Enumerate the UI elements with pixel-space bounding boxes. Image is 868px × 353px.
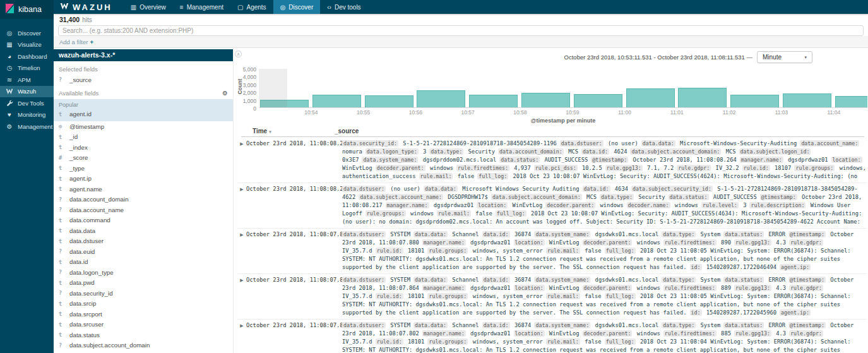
field-settings-gear-icon[interactable]: ⚙ [222, 90, 228, 97]
field-data-pwd[interactable]: tdata.pwd [54, 278, 233, 289]
add-filter-link[interactable]: Add a filter+ [59, 39, 93, 45]
wazuh-kibana-discover-app: kibana ◎Discover▦Visualize◕Dashboard◷Tim… [0, 0, 868, 353]
histogram-bar[interactable] [730, 95, 779, 107]
field-agent-ip[interactable]: tagent.ip [54, 174, 233, 184]
field-data-srcport[interactable]: tdata.srcport [54, 309, 233, 320]
sidebar-item-wazuh[interactable]: Wazuh [0, 86, 54, 98]
field-agent-name[interactable]: tagent.name [54, 184, 233, 194]
discover-icon: ◎ [6, 30, 13, 37]
expand-row-icon[interactable]: ▶ [237, 140, 246, 181]
field-key-badge: decoder.parent: [583, 239, 633, 246]
sidebar-item-management[interactable]: ⚙Management [0, 121, 54, 133]
nav-tab-agents[interactable]: ▢Agents [230, 0, 273, 14]
search-input[interactable] [58, 25, 864, 36]
sidebar-item-visualize[interactable]: ▦Visualize [0, 39, 54, 51]
histogram-plot[interactable] [259, 69, 867, 108]
histogram-bar[interactable] [626, 88, 675, 107]
source-field: manager.name: dgsdprdwaz01 [386, 202, 474, 208]
nav-tab-management[interactable]: ≡Management [173, 0, 230, 14]
field-data-srcuser[interactable]: tdata.srcuser [54, 320, 233, 330]
field-score[interactable]: #_score [54, 153, 233, 164]
source-field: data.system_name: dgsdprddom02.mcs.local [362, 157, 496, 163]
field-key-badge: full_log: [605, 338, 636, 345]
index-pattern-selector[interactable]: wazuh-alerts-3.x-* [54, 49, 233, 61]
field-key-badge: data.id: [581, 148, 609, 155]
histogram-bar[interactable] [835, 96, 867, 107]
x-tick-label: 10:59 [566, 109, 579, 116]
source-field: data.dstuser: SYSTEM [342, 277, 410, 283]
field-data-status[interactable]: tdata.status [54, 330, 233, 340]
field-data-euid[interactable]: ?data.euid [54, 246, 233, 257]
field-name: _type [69, 165, 85, 172]
histogram-bar[interactable] [417, 90, 465, 107]
field-type-icon: ? [59, 269, 65, 275]
histogram-bar[interactable] [312, 95, 361, 107]
source-field: decoder.parent: windows [583, 285, 660, 291]
source-field: data.system_name: dgsdwks01.mcs.local [534, 322, 658, 328]
field-data-subject-account-domain[interactable]: ?data.subject.account_domain [54, 340, 233, 351]
sidebar-item-dashboard[interactable]: ◕Dashboard [0, 51, 54, 63]
field-agent-id[interactable]: tagent.id [54, 109, 233, 120]
field-data-logon-type[interactable]: ?data.logon_type [54, 267, 233, 278]
field-type-icon: t [59, 238, 65, 244]
field-key-badge: location: [514, 239, 545, 246]
sidebar-item-timelion[interactable]: ◷Timelion [0, 63, 54, 75]
kibana-logo[interactable]: kibana [0, 0, 54, 19]
sidebar-item-discover[interactable]: ◎Discover [0, 27, 54, 39]
field-data-security-id[interactable]: ?data.security_id [54, 288, 233, 299]
expand-row-icon[interactable]: ▶ [237, 185, 246, 227]
histogram-bar[interactable] [365, 95, 413, 107]
histogram-bar[interactable] [574, 94, 622, 107]
field-name: @timestamp [69, 123, 104, 130]
wazuh-brand[interactable]: WAZUH [54, 0, 124, 14]
expand-row-icon[interactable]: ▶ [237, 276, 246, 318]
field-type-icon: ? [59, 342, 65, 349]
nav-tab-discover[interactable]: ◎Discover [273, 0, 321, 14]
field-key-badge: data.id: [482, 322, 510, 328]
source-field: manager.name: dgsdprdwaz01 [740, 157, 828, 163]
interval-select[interactable]: Minute ▾ [757, 51, 812, 63]
histogram-bar[interactable] [783, 93, 831, 107]
sidebar-item-apm[interactable]: ≋APM [0, 74, 54, 86]
row-source: data.dstuser: SYSTEMdata.data: Schanneld… [342, 276, 867, 318]
field-key-badge: rule.groups: [366, 210, 406, 217]
sidebar-item-dev-tools[interactable]: Dev Tools [0, 97, 54, 109]
source-field: rule.id: 18101 [376, 293, 425, 299]
expand-row-icon[interactable]: ▶ [237, 230, 246, 272]
histogram-bar[interactable] [521, 93, 570, 107]
field-data-account-name[interactable]: ?data.account_name [54, 205, 233, 215]
field-timestamp[interactable]: ⊙@timestamp [54, 121, 233, 132]
y-tick-label: 1,000 [234, 98, 256, 104]
field-type[interactable]: t_type [54, 163, 233, 174]
field-key-badge: data.subject.security_id: [631, 186, 713, 192]
field-name: data.command [69, 217, 110, 224]
field-key-badge: rule.gdpr: [789, 330, 823, 337]
histogram-bar[interactable] [678, 88, 727, 107]
field-index[interactable]: t_index [54, 142, 233, 153]
field-key-badge: location: [831, 157, 862, 163]
nav-tab-overview[interactable]: ▥Overview [124, 0, 173, 14]
field-key-badge: rule.gpg13: [734, 330, 771, 337]
nav-tab-dev-tools[interactable]: ‹›Dev tools [320, 0, 367, 14]
field-data-data[interactable]: tdata.data [54, 225, 233, 236]
field-type-icon: t [59, 111, 65, 117]
source-field: data.dstuser: SYSTEM [342, 322, 410, 328]
source-field: data.system_name: dgsdwks01.mcs.local [534, 231, 658, 237]
field-data-id[interactable]: tdata.id [54, 257, 233, 268]
field-id[interactable]: t_id [54, 132, 233, 143]
field-data-account-domain[interactable]: ?data.account_domain [54, 194, 233, 205]
popular-fields-block: Popular tagent.id [54, 99, 233, 122]
histogram-bar[interactable] [469, 95, 518, 107]
column-header-time[interactable]: Time▾ [253, 128, 271, 135]
chart-collapse-icon[interactable]: ∧ [235, 51, 242, 57]
sidebar-item-monitoring[interactable]: ♥Monitoring [0, 109, 54, 121]
field-data-command[interactable]: tdata.command [54, 215, 233, 226]
field-key-badge: rule.mail: [546, 293, 580, 299]
field-name: data.id [69, 258, 88, 265]
field-data-srcip[interactable]: tdata.srcip [54, 299, 233, 309]
field-data-dstuser[interactable]: tdata.dstuser [54, 236, 233, 247]
field-source[interactable]: ?_source [54, 75, 233, 85]
expand-row-icon[interactable]: ▶ [237, 321, 246, 353]
field-key-badge: data.data: [424, 186, 458, 192]
field-key-badge: decoder.parent: [583, 330, 633, 337]
